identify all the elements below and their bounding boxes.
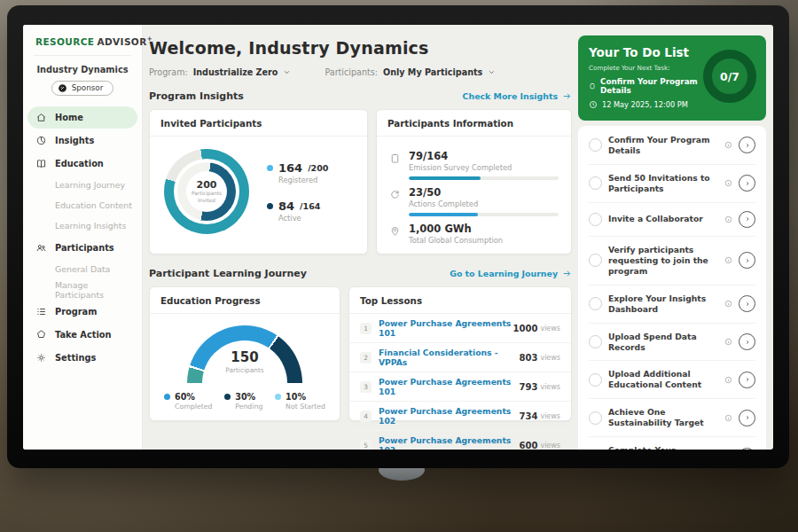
lesson-link[interactable]: Power Purchase Agreements 101 bbox=[379, 377, 520, 396]
task-open-button[interactable] bbox=[739, 211, 755, 228]
todo-task-list: Confirm Your Program Details Send 50 Inv… bbox=[578, 126, 766, 450]
task-open-button[interactable] bbox=[739, 333, 755, 350]
todo-task[interactable]: Complete Your Learning Journey bbox=[589, 437, 755, 450]
card-title: Invited Participants bbox=[150, 110, 367, 137]
check-more-insights-link[interactable]: Check More Insights bbox=[463, 91, 572, 101]
info-icon[interactable] bbox=[724, 179, 732, 187]
sidebar-item-program[interactable]: Program bbox=[27, 301, 137, 323]
sidebar-item-learning-insights[interactable]: Learning Insights bbox=[27, 216, 137, 236]
todo-task[interactable]: Invite a Collaborator bbox=[589, 203, 755, 237]
book-icon bbox=[35, 158, 47, 169]
metric-actions-completed: 23/50 Actions Completed bbox=[389, 186, 559, 216]
sidebar-item-education[interactable]: Education bbox=[27, 153, 137, 175]
lesson-row: 2 Financial Considerations - VPPAs 803vi… bbox=[349, 343, 571, 372]
metric-progress-fill bbox=[409, 213, 478, 216]
todo-task[interactable]: Upload Additional Educational Content bbox=[589, 361, 755, 399]
list-icon bbox=[35, 306, 47, 317]
task-open-button[interactable] bbox=[739, 448, 755, 450]
info-icon[interactable] bbox=[724, 414, 732, 422]
task-open-button[interactable] bbox=[739, 137, 755, 153]
app-logo: RESOURCEADVISOR+ bbox=[35, 35, 142, 47]
task-checkbox[interactable] bbox=[589, 254, 602, 267]
home-icon bbox=[35, 112, 47, 123]
todo-header-card: Your To Do List Complete Your Next Task:… bbox=[578, 35, 766, 121]
task-open-button[interactable] bbox=[739, 410, 755, 426]
task-open-button[interactable] bbox=[739, 295, 755, 312]
sidebar-item-take-action[interactable]: Take Action bbox=[27, 324, 137, 346]
task-open-button[interactable] bbox=[739, 175, 755, 192]
lesson-link[interactable]: Power Purchase Agreements 101 bbox=[379, 318, 513, 338]
todo-task[interactable]: Verify participants requesting to join t… bbox=[589, 237, 755, 286]
clipboard-icon bbox=[589, 82, 596, 90]
lesson-link[interactable]: Power Purchase Agreements 102 bbox=[379, 406, 520, 426]
monitor-bezel: RESOURCEADVISOR+ Industry Dynamics Spons… bbox=[7, 5, 789, 468]
todo-task[interactable]: Achieve One Sustainability Target bbox=[589, 399, 755, 437]
main-content: Welcome, Industry Dynamics Program: Indu… bbox=[149, 25, 572, 421]
rank-badge: 2 bbox=[360, 352, 372, 364]
go-to-learning-journey-link[interactable]: Go to Learning Journey bbox=[450, 269, 572, 278]
page-title: Welcome, Industry Dynamics bbox=[149, 38, 572, 58]
legend-dot bbox=[267, 165, 273, 171]
invited-participants-card: Invited Participants 200 Participants In… bbox=[149, 109, 368, 254]
gauge-legend: 60% Completed 30% Pending 10% Not Starte… bbox=[150, 383, 340, 411]
sidebar-item-participants[interactable]: Participants bbox=[27, 237, 137, 259]
sidebar-item-home[interactable]: Home bbox=[27, 106, 137, 129]
todo-task[interactable]: Explore Your Insights Dashboard bbox=[589, 286, 755, 324]
take-action-icon bbox=[35, 329, 47, 340]
sidebar-item-learning-journey[interactable]: Learning Journey bbox=[27, 176, 137, 195]
lesson-link[interactable]: Financial Considerations - VPPAs bbox=[379, 348, 520, 367]
sidebar: RESOURCEADVISOR+ Industry Dynamics Spons… bbox=[23, 25, 143, 450]
info-icon[interactable] bbox=[724, 376, 732, 384]
info-icon[interactable] bbox=[724, 300, 732, 308]
task-checkbox[interactable] bbox=[589, 411, 602, 425]
legend-dot bbox=[275, 394, 281, 400]
task-checkbox[interactable] bbox=[589, 176, 602, 190]
legend-item-pending: 30% Pending bbox=[224, 392, 262, 411]
metric-progress-fill bbox=[409, 176, 481, 180]
sidebar-item-insights[interactable]: Insights bbox=[27, 129, 137, 152]
program-insights-heading: Program Insights bbox=[149, 90, 244, 102]
info-icon[interactable] bbox=[724, 141, 732, 149]
clipboard-icon bbox=[389, 153, 401, 164]
chevron-right-icon bbox=[744, 180, 751, 187]
chevron-right-icon bbox=[744, 376, 751, 383]
info-icon[interactable] bbox=[724, 215, 732, 223]
task-open-button[interactable] bbox=[739, 252, 755, 269]
task-checkbox[interactable] bbox=[589, 138, 602, 152]
rank-badge: 3 bbox=[360, 381, 372, 393]
program-filter-dropdown[interactable]: Program: Industrialize Zero bbox=[149, 67, 291, 77]
task-checkbox[interactable] bbox=[589, 297, 602, 310]
task-checkbox[interactable] bbox=[589, 213, 602, 226]
rank-badge: 4 bbox=[360, 411, 372, 422]
card-title: Top Lessons bbox=[349, 287, 571, 314]
sidebar-item-education-content[interactable]: Education Content bbox=[27, 196, 137, 215]
top-lessons-card: Top Lessons 1 Power Purchase Agreements … bbox=[348, 286, 572, 421]
legend-item-completed: 60% Completed bbox=[164, 392, 213, 411]
todo-task[interactable]: Confirm Your Program Details bbox=[589, 127, 755, 165]
sidebar-item-general-data[interactable]: General Data bbox=[27, 260, 137, 279]
lesson-link[interactable]: Power Purchase Agreements 103 bbox=[379, 435, 520, 450]
task-checkbox[interactable] bbox=[589, 335, 602, 348]
next-task: Confirm Your Program Details bbox=[589, 77, 706, 95]
divider bbox=[34, 55, 131, 56]
sidebar-item-settings[interactable]: Settings bbox=[27, 347, 137, 369]
metric-emission-survey: 79/164 Emission Survey Completed bbox=[389, 150, 559, 180]
pin-icon bbox=[389, 225, 401, 237]
todo-progress-badge: 0/7 bbox=[703, 50, 756, 103]
card-title: Participants Information bbox=[377, 110, 571, 137]
chevron-right-icon bbox=[744, 301, 751, 308]
todo-task[interactable]: Send 50 Invitations to Participants bbox=[589, 165, 755, 203]
sidebar-menu: Home Insights Education Learning Journey… bbox=[23, 106, 142, 369]
education-gauge-chart: 150 Participants bbox=[187, 325, 302, 383]
info-icon[interactable] bbox=[724, 338, 732, 346]
task-open-button[interactable] bbox=[739, 372, 755, 388]
progress-bar bbox=[409, 213, 559, 216]
todo-task[interactable]: Upload Spend Data Records bbox=[589, 324, 755, 362]
task-checkbox[interactable] bbox=[589, 373, 602, 387]
gear-icon bbox=[35, 352, 47, 364]
sidebar-item-manage-participants[interactable]: Manage Participants bbox=[27, 280, 137, 300]
info-icon[interactable] bbox=[724, 256, 732, 264]
legend-dot bbox=[267, 203, 273, 209]
metric-global-consumption: 1,000 GWh Total Global Consumption bbox=[389, 223, 559, 245]
participants-filter-dropdown[interactable]: Participants: Only My Participants bbox=[325, 67, 496, 77]
